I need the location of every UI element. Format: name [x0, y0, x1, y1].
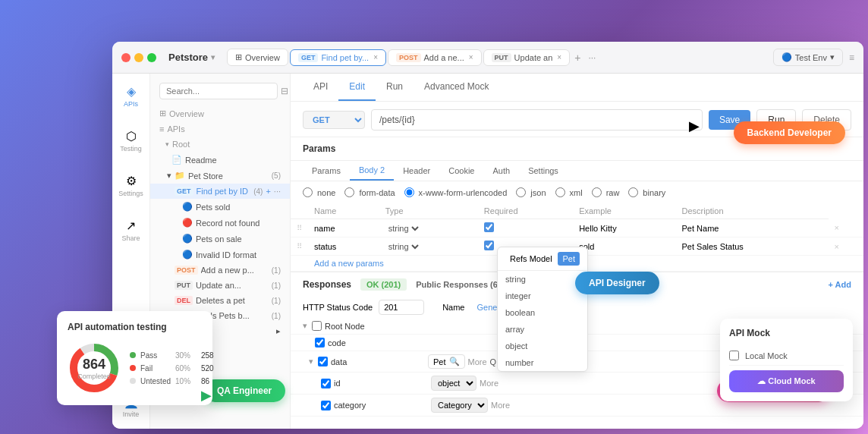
expand-data[interactable]: ▾ — [309, 357, 318, 366]
drag-handle[interactable]: ⠿ — [291, 219, 308, 237]
type-select[interactable]: string — [385, 241, 421, 252]
dropdown-item-integer[interactable]: integer — [498, 288, 587, 304]
dropdown-item-array[interactable]: array — [498, 321, 587, 338]
radio-raw[interactable]: raw — [592, 187, 620, 197]
id-more[interactable]: More — [480, 379, 498, 388]
params-tab-params[interactable]: Params — [303, 162, 350, 180]
nav-item-readme[interactable]: 📄 Readme — [150, 152, 290, 168]
nav-item-add[interactable]: + — [266, 187, 270, 196]
traffic-lights — [121, 53, 156, 62]
sidebar-item-apis[interactable]: ◈ APIs — [115, 80, 148, 112]
type-dropdown-cat[interactable]: Category — [431, 398, 488, 413]
close-button[interactable] — [121, 53, 131, 62]
param-delete[interactable]: × — [829, 219, 863, 237]
nav-item-add-new[interactable]: POST Add a new p... (1) — [150, 263, 290, 278]
row-checkbox[interactable] — [318, 357, 328, 366]
http-status-label: HTTP Status Code — [303, 303, 373, 312]
radio-json[interactable]: json — [516, 187, 546, 197]
data-more[interactable]: More — [468, 357, 487, 366]
method-select[interactable]: GETPOSTPUTDELETE — [303, 111, 365, 129]
search-icon[interactable]: 🔍 — [449, 357, 460, 366]
public-responses[interactable]: Public Responses (6) ▾ — [416, 280, 507, 290]
params-tab-body[interactable]: Body 2 — [350, 161, 394, 181]
params-tab-auth[interactable]: Auth — [483, 162, 519, 180]
expand-petstore-icon[interactable]: ▾ — [167, 171, 171, 181]
dropdown-item-boolean[interactable]: boolean — [498, 304, 587, 321]
minimize-button[interactable] — [134, 53, 143, 62]
tab-post-add[interactable]: POST Add a ne... × — [388, 49, 482, 66]
params-tab-cookie[interactable]: Cookie — [439, 162, 483, 180]
http-status-input[interactable] — [379, 300, 424, 315]
expand-root[interactable]: ▾ — [303, 321, 312, 331]
radio-binary[interactable]: binary — [628, 187, 665, 197]
tab-run[interactable]: Run — [376, 74, 414, 101]
dropdown-item-number[interactable]: number — [498, 354, 587, 371]
tab-overview[interactable]: ⊞ Overview — [227, 49, 288, 66]
app-name-chevron[interactable]: ▾ — [211, 53, 215, 61]
required-checkbox[interactable] — [484, 222, 494, 232]
record-icon: 🔴 — [182, 218, 193, 228]
nav-item-pets-sold[interactable]: 🔵 Pets sold — [150, 199, 290, 215]
testing-icon: ⬡ — [126, 129, 137, 143]
type-select[interactable]: string — [385, 223, 421, 234]
method-badge-put: PUT — [175, 281, 193, 290]
add-response-button[interactable]: + Add — [829, 280, 851, 289]
type-dropdown-id[interactable]: object — [431, 376, 476, 391]
sidebar-item-settings[interactable]: ⚙ Settings — [115, 169, 148, 202]
nav-item-delete[interactable]: DEL Deletes a pet (1) — [150, 293, 290, 308]
radio-none[interactable]: none — [303, 187, 335, 197]
cloud-mock-button[interactable]: ☁ Cloud Mock — [729, 370, 844, 392]
maximize-button[interactable] — [147, 53, 156, 62]
nav-item-update[interactable]: PUT Update an... (1) — [150, 278, 290, 293]
sidebar-item-testing[interactable]: ⬡ Testing — [115, 124, 148, 157]
row-checkbox[interactable] — [315, 338, 325, 348]
nav-item-invalid-id[interactable]: 🔵 Invalid ID format — [150, 247, 290, 263]
schemas-expand[interactable]: ▸ — [276, 326, 281, 336]
cloud-icon: ☁ — [757, 376, 768, 385]
params-tab-header[interactable]: Header — [394, 162, 439, 180]
tab-close-icon[interactable]: × — [373, 53, 378, 61]
sidebar-item-share[interactable]: ↗ Share — [115, 214, 148, 247]
tab-get-find[interactable]: GET Find pet by... × — [290, 49, 386, 66]
donut-area: 864 Completed Pass 30% 258 Fail 60% 520 … — [68, 341, 202, 395]
row-checkbox[interactable] — [312, 321, 322, 331]
nav-item-record-not-found[interactable]: 🔴 Record not found — [150, 215, 290, 231]
cat-more[interactable]: More — [491, 401, 510, 410]
nav-item-more[interactable]: ··· — [274, 187, 281, 196]
tab-close-icon-2[interactable]: × — [469, 53, 473, 61]
required-checkbox[interactable] — [484, 241, 494, 250]
nav-search-input[interactable] — [159, 83, 278, 99]
param-delete[interactable]: × — [829, 237, 863, 256]
legend: Pass 30% 258 Fail 60% 520 Untested 10% 8… — [130, 351, 214, 385]
dropdown-item-string[interactable]: string — [498, 271, 587, 288]
nav-item-pets-on-sale[interactable]: 🔵 Pets on sale — [150, 231, 290, 247]
drag-handle[interactable]: ⠿ — [291, 237, 308, 256]
tab-put-update[interactable]: PUT Update an × — [483, 49, 571, 66]
nav-filter-icon[interactable]: ⊟ — [281, 86, 288, 96]
radio-x-www[interactable]: x-www-form-urlencoded — [404, 187, 508, 197]
add-tab-button[interactable]: + — [571, 49, 583, 67]
response-status[interactable]: OK (201) — [360, 278, 407, 291]
param-example: sold — [573, 237, 675, 256]
refs-model-tab[interactable]: Refs Model — [505, 252, 557, 266]
dropdown-item-object[interactable]: object — [498, 338, 587, 354]
url-input[interactable] — [371, 109, 703, 131]
params-tab-settings[interactable]: Settings — [519, 162, 568, 180]
radio-form-data[interactable]: form-data — [344, 187, 395, 197]
env-selector[interactable]: 🔵 Test Env ▾ — [773, 49, 843, 66]
more-tabs-button[interactable]: ··· — [585, 49, 599, 66]
nav-item-find-pet[interactable]: GET Find pet by ID (4) + ··· — [150, 184, 290, 199]
expand-icon[interactable]: ▾ — [165, 140, 169, 148]
menu-icon[interactable]: ≡ — [849, 52, 854, 63]
pet-tab[interactable]: Pet — [558, 252, 580, 266]
local-mock-checkbox[interactable] — [729, 351, 739, 360]
nav-item-petstore[interactable]: ▾ 📁 Pet Store (5) — [150, 168, 290, 184]
radio-xml[interactable]: xml — [555, 187, 583, 197]
tab-advanced-mock[interactable]: Advanced Mock — [414, 74, 499, 101]
tab-close-icon-3[interactable]: × — [557, 53, 561, 61]
tab-edit[interactable]: Edit — [338, 74, 376, 101]
row-checkbox[interactable] — [321, 401, 331, 410]
untested-dot — [130, 378, 136, 384]
tab-api[interactable]: API — [303, 74, 338, 101]
row-checkbox[interactable] — [321, 379, 331, 388]
